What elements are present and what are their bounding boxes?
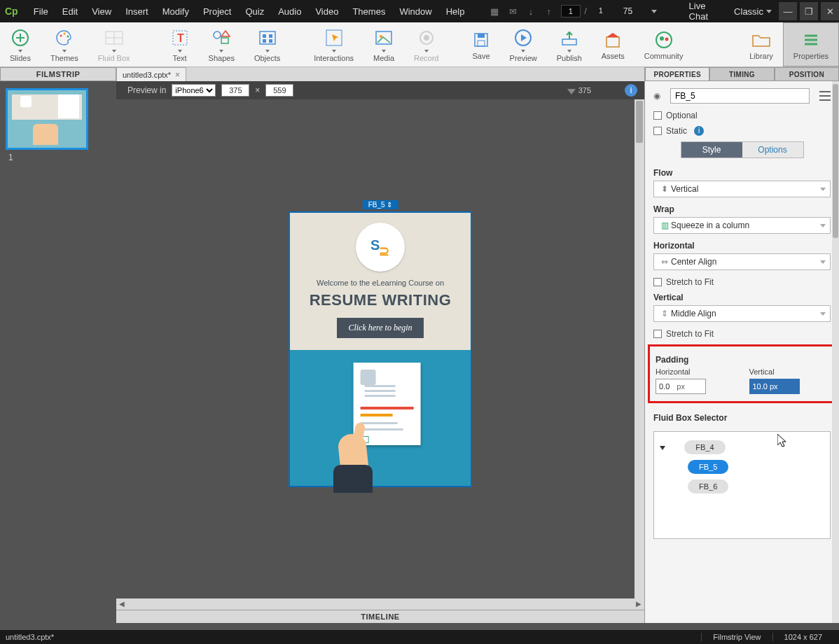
menu-project[interactable]: Project — [196, 2, 238, 21]
v-stretch-checkbox-row[interactable]: Stretch to Fit — [653, 329, 831, 339]
tab-timing[interactable]: TIMING — [709, 67, 774, 81]
checkbox-icon[interactable] — [653, 330, 662, 338]
menu-video[interactable]: Video — [308, 2, 345, 21]
toolbar-label: Slides — [10, 54, 31, 62]
workspace-selector[interactable]: Classic — [734, 6, 776, 17]
preview-height-input[interactable] — [265, 84, 293, 97]
fb-item-fb5[interactable]: FB_5 — [688, 460, 728, 474]
checkbox-icon[interactable] — [653, 278, 662, 286]
menu-insert[interactable]: Insert — [118, 2, 155, 21]
toolbar-library[interactable]: Library — [740, 22, 783, 66]
wrap-dropdown[interactable]: ▥ Squeeze in a column — [653, 217, 831, 234]
toolbar-assets[interactable]: Assets — [592, 22, 635, 66]
toolbar-save[interactable]: Save — [463, 22, 500, 66]
zoom-dropdown-icon[interactable] — [651, 10, 657, 13]
record-icon — [419, 27, 434, 48]
toolbar-preview[interactable]: Preview — [500, 22, 547, 66]
info-button[interactable]: i — [625, 84, 637, 97]
h-stretch-checkbox-row[interactable]: Stretch to Fit — [653, 277, 831, 287]
toolbar-publish[interactable]: Publish — [547, 22, 592, 66]
page-current-input[interactable]: 1 — [561, 5, 581, 18]
toolbar-objects[interactable]: Objects — [244, 22, 290, 66]
flow-value: Vertical — [671, 184, 698, 194]
fb-item-fb4[interactable]: FB_4 — [684, 440, 725, 454]
vertical-align-dropdown[interactable]: ⇕ Middle Align — [653, 305, 831, 322]
caret-icon — [424, 50, 429, 52]
document-tabs: untitled3.cptx* × — [116, 67, 644, 81]
close-icon[interactable]: × — [175, 70, 180, 80]
pointer-icon — [325, 27, 343, 48]
arrow-up-icon[interactable]: ↑ — [542, 4, 556, 18]
tab-position[interactable]: POSITION — [775, 67, 839, 81]
menu-edit[interactable]: Edit — [55, 2, 85, 21]
menu-modify[interactable]: Modify — [155, 2, 196, 21]
vertical-scrollbar[interactable] — [635, 99, 644, 598]
window-minimize-button[interactable]: — — [779, 2, 797, 20]
toolbar-label: Properties — [793, 52, 828, 60]
toolbar-properties[interactable]: Properties — [783, 22, 839, 66]
toolbar-themes[interactable]: Themes — [41, 22, 88, 66]
slide-cta-button[interactable]: Click here to begin — [337, 318, 423, 338]
info-icon[interactable]: i — [694, 126, 704, 136]
menu-themes[interactable]: Themes — [345, 2, 392, 21]
toolbar-slides[interactable]: Slides — [0, 22, 41, 66]
toolbar-label: Interactions — [314, 54, 354, 62]
toolbar-text[interactable]: T Text — [161, 22, 199, 66]
toolbar-interactions[interactable]: Interactions — [304, 22, 363, 66]
tree-expand-icon[interactable] — [660, 446, 665, 450]
preview-width-input[interactable] — [221, 84, 249, 97]
device-select[interactable]: iPhone6 — [172, 84, 216, 97]
static-label: Static — [666, 126, 687, 136]
selected-fluidbox[interactable]: FB_5 ⇕ S⊇ Welcome to the eLearning Cours… — [289, 211, 472, 487]
subtab-style[interactable]: Style — [681, 142, 742, 158]
flow-icon: ⬍ — [658, 184, 671, 194]
panel-scrollbar[interactable] — [832, 81, 839, 623]
svg-point-33 — [656, 32, 672, 48]
object-name-input[interactable] — [670, 88, 810, 104]
padding-v-label: Vertical — [749, 368, 829, 376]
subtab-options[interactable]: Options — [742, 142, 803, 158]
layout-icon[interactable]: ▦ — [487, 4, 501, 18]
menu-file[interactable]: File — [27, 2, 55, 21]
svg-point-4 — [60, 34, 62, 36]
window-maximize-button[interactable]: ❐ — [800, 2, 818, 20]
fb-item-fb6[interactable]: FB_6 — [688, 479, 728, 493]
palette-icon — [55, 27, 74, 48]
window-close-button[interactable]: ✕ — [821, 2, 839, 20]
zoom-value[interactable]: 75 — [623, 6, 651, 16]
menu-quiz[interactable]: Quiz — [238, 2, 271, 21]
arrow-down-icon[interactable]: ↓ — [524, 4, 538, 18]
menu-audio[interactable]: Audio — [271, 2, 308, 21]
visibility-icon[interactable]: ◉ — [653, 91, 665, 101]
wrap-label: Wrap — [653, 204, 831, 214]
static-checkbox-row[interactable]: Static i — [653, 126, 831, 136]
horizontal-align-dropdown[interactable]: ⇔ Center Align — [653, 253, 831, 270]
horizontal-scrollbar[interactable]: ◀▶ — [116, 598, 644, 610]
padding-vertical-input[interactable]: 10.0 px — [749, 379, 800, 394]
toolbar-label: Objects — [254, 54, 280, 62]
flow-dropdown[interactable]: ⬍ Vertical — [653, 181, 831, 197]
tab-properties[interactable]: PROPERTIES — [645, 67, 709, 81]
mail-icon[interactable]: ✉ — [506, 4, 520, 18]
checkbox-icon[interactable] — [653, 111, 662, 120]
vertical-value: Middle Align — [671, 309, 716, 318]
timeline-header[interactable]: TIMELINE — [116, 610, 644, 623]
caret-icon — [521, 50, 525, 52]
toolbar-media[interactable]: Media — [363, 22, 404, 66]
canvas[interactable]: FB_5 ⇕ S⊇ Welcome to the eLearning Cours… — [116, 99, 644, 598]
menu-window[interactable]: Window — [392, 2, 438, 21]
toolbar-shapes[interactable]: Shapes — [199, 22, 244, 66]
panel-menu-icon[interactable] — [819, 91, 831, 101]
optional-checkbox-row[interactable]: Optional — [653, 111, 831, 120]
document-tab[interactable]: untitled3.cptx* × — [116, 67, 186, 81]
fluid-box-selector: FB_4 FB_5 FB_6 — [653, 431, 831, 539]
slide-thumbnail-1[interactable] — [6, 88, 88, 150]
fluidbox-label: FB_5 ⇕ — [363, 200, 398, 209]
menu-help[interactable]: Help — [439, 2, 472, 21]
checkbox-icon[interactable] — [653, 127, 662, 135]
toolbar-community[interactable]: Community — [635, 22, 693, 66]
padding-horizontal-input[interactable]: 0.0 px — [656, 379, 706, 394]
menu-view[interactable]: View — [85, 2, 118, 21]
toolbar-label: Library — [749, 52, 773, 60]
status-view: Filmstrip View — [701, 633, 772, 641]
